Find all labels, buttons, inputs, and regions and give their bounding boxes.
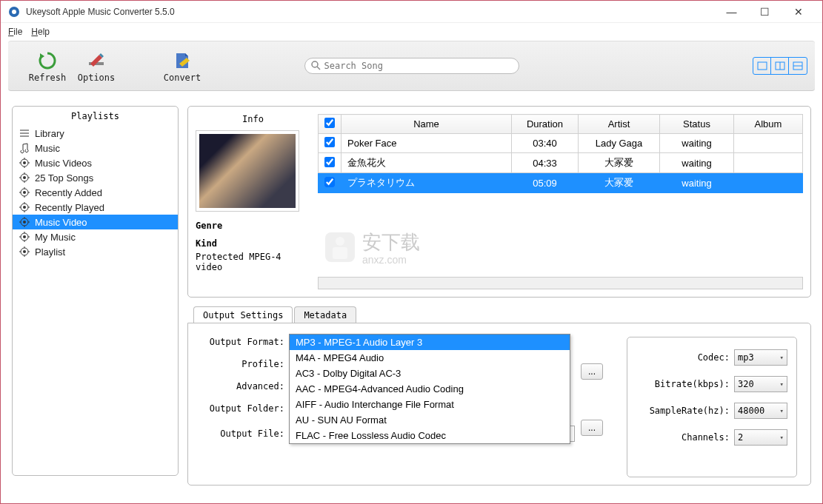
info-header: Info [196, 114, 310, 124]
svg-point-26 [23, 191, 26, 194]
playlist-label: 25 Top Songs [35, 172, 93, 184]
options-button[interactable]: Options [72, 49, 121, 83]
samplerate-label: SampleRate(hz): [636, 406, 730, 416]
header-status[interactable]: Status [660, 115, 734, 134]
row-checkbox[interactable] [324, 177, 335, 187]
refresh-icon [36, 49, 59, 73]
profile-label: Profile: [201, 359, 284, 369]
tab-metadata[interactable]: Metadata [294, 306, 356, 323]
cell-artist: Lady Gaga [579, 134, 660, 153]
menu-file[interactable]: File [8, 27, 22, 37]
menu-help[interactable]: Help [31, 27, 50, 37]
svg-text:安下载: 安下载 [362, 231, 420, 253]
advanced-label: Advanced: [201, 381, 284, 392]
gear-icon [19, 246, 30, 258]
cell-duration: 05:09 [512, 173, 579, 193]
svg-point-3 [312, 61, 318, 67]
format-option[interactable]: AIFF - Audio Interchange File Format [290, 397, 570, 412]
format-option[interactable]: M4A - MPEG4 Audio [290, 350, 570, 366]
view-mode-3[interactable] [789, 58, 807, 74]
view-mode-2[interactable] [771, 58, 789, 74]
gear-icon [19, 172, 30, 184]
header-duration[interactable]: Duration [512, 115, 579, 134]
format-option[interactable]: AAC - MPEG4-Advanced Audio Coding [290, 381, 570, 397]
settings-panel: Output Settings Metadata Output Format: … [187, 306, 811, 485]
output-file-label: Output File: [201, 429, 284, 439]
table-row[interactable]: Poker Face03:40Lady Gagawaiting [319, 134, 803, 153]
channels-combo[interactable]: 2 [734, 429, 787, 446]
search-input[interactable] [304, 58, 519, 74]
refresh-button[interactable]: Refresh [23, 49, 72, 83]
codec-combo[interactable]: mp3 [734, 349, 787, 366]
playlist-label: Library [35, 128, 64, 139]
tab-output-settings[interactable]: Output Settings [193, 306, 293, 323]
svg-point-38 [23, 221, 26, 224]
svg-point-14 [23, 161, 26, 164]
header-artist[interactable]: Artist [579, 115, 660, 134]
playlists-header: Playlists [13, 107, 178, 126]
playlists-panel: Playlists LibraryMusicMusic Videos25 Top… [12, 106, 179, 476]
cell-name: 金魚花火 [341, 153, 512, 173]
maximize-button[interactable]: ☐ [748, 1, 782, 22]
format-option[interactable]: AC3 - Dolby Digital AC-3 [290, 366, 570, 381]
format-option[interactable]: MP3 - MPEG-1 Audio Layer 3 [290, 335, 570, 350]
table-row[interactable]: プラネタリウム05:09大冢爱waiting [319, 173, 803, 193]
left-settings: Output Format: Profile: Advanced: Output… [201, 337, 579, 477]
samplerate-combo[interactable]: 48000 [734, 403, 787, 419]
playlist-item[interactable]: 25 Top Songs [13, 170, 178, 185]
playlist-item[interactable]: Recently Played [13, 200, 178, 215]
cell-artist: 大冢爱 [579, 153, 660, 173]
svg-point-50 [23, 250, 26, 253]
cell-album [734, 153, 803, 173]
gear-icon [19, 216, 30, 228]
convert-button[interactable]: Convert [158, 49, 207, 83]
codec-label: Codec: [636, 352, 730, 363]
codec-panel: Codec:mp3 Bitrate(kbps):320 SampleRate(h… [627, 337, 797, 477]
table-row[interactable]: 金魚花火04:33大冢爱waiting [319, 153, 803, 173]
playlist-item[interactable]: Music [13, 141, 178, 155]
main-area: Playlists LibraryMusicMusic Videos25 Top… [1, 91, 822, 497]
playlist-label: Recently Played [35, 202, 104, 213]
content-panel: Info Genre Kind Protected MPEG-4 video N… [187, 106, 811, 298]
output-format-dropdown[interactable]: MP3 - MPEG-1 Audio Layer 3M4A - MPEG4 Au… [289, 334, 570, 444]
svg-point-1 [12, 10, 16, 14]
close-button[interactable]: ✕ [782, 1, 815, 22]
menubar: File Help [1, 23, 822, 41]
playlist-item[interactable]: Recently Added [13, 185, 178, 200]
row-checkbox[interactable] [324, 137, 335, 147]
window-title: Ukeysoft Apple Music Converter 5.5.0 [26, 7, 715, 17]
kind-value: Protected MPEG-4 video [196, 252, 310, 272]
playlist-item[interactable]: Playlist [13, 244, 178, 259]
channels-label: Channels: [636, 432, 730, 443]
info-column: Info Genre Kind Protected MPEG-4 video [196, 114, 310, 289]
playlist-item[interactable]: Music Video [13, 215, 178, 229]
header-name[interactable]: Name [341, 115, 512, 134]
playlist-label: Music Video [35, 217, 87, 228]
playlist-item[interactable]: Music Videos [13, 155, 178, 170]
svg-point-20 [23, 176, 26, 179]
search-wrap [304, 58, 519, 74]
watermark: 安下载anxz.com [321, 218, 455, 282]
svg-line-4 [317, 67, 320, 70]
app-icon [8, 6, 20, 18]
tracks-table: Name Duration Artist Status Album Poker … [318, 114, 803, 193]
playlist-item[interactable]: Library [13, 126, 178, 141]
playlist-item[interactable]: My Music [13, 229, 178, 244]
svg-rect-5 [758, 62, 767, 70]
format-option[interactable]: FLAC - Free Lossless Audio Codec [290, 428, 570, 443]
output-format-label: Output Format: [201, 337, 284, 347]
header-album[interactable]: Album [734, 115, 803, 134]
bitrate-combo[interactable]: 320 [734, 376, 787, 392]
search-icon [310, 60, 321, 70]
convert-icon [170, 49, 194, 73]
folder-browse-button[interactable]: ... [581, 420, 603, 436]
profile-browse-button[interactable]: ... [581, 363, 603, 380]
gear-icon [19, 187, 30, 198]
format-option[interactable]: AU - SUN AU Format [290, 412, 570, 428]
view-mode-1[interactable] [753, 58, 771, 74]
header-check[interactable] [319, 115, 341, 134]
app-window: Ukeysoft Apple Music Converter 5.5.0 — ☐… [0, 0, 823, 504]
minimize-button[interactable]: — [715, 1, 748, 22]
gear-icon [19, 231, 30, 243]
row-checkbox[interactable] [324, 157, 335, 167]
